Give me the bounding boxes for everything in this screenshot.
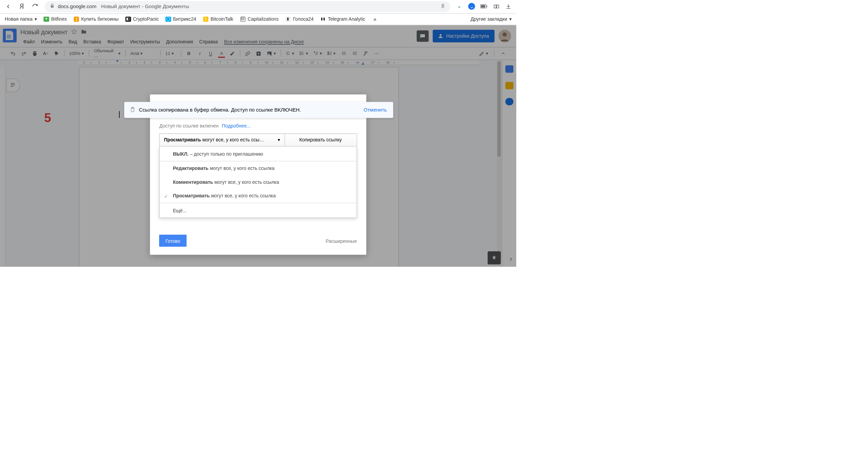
reload-icon[interactable]	[31, 2, 39, 11]
bitcoin-icon: ₿	[74, 16, 79, 22]
extensions-icon[interactable]	[492, 3, 500, 10]
link-access-status: Доступ по ссылке включен	[159, 123, 219, 129]
square-icon: ◧	[125, 16, 131, 22]
cmc-icon: Ⓜ	[240, 16, 245, 22]
bookmark-icon[interactable]	[440, 3, 446, 9]
toast-text: Ссылка скопирована в буфер обмена. Досту…	[139, 107, 301, 113]
toast-notification: Ссылка скопирована в буфер обмена. Досту…	[124, 102, 393, 118]
clipboard-icon	[130, 106, 136, 114]
chevron-down-icon: ▾	[35, 16, 37, 22]
option-off[interactable]: ВЫКЛ. – доступ только по приглашению	[160, 147, 356, 161]
bookmarks-bar: Новая папка ▾ ✦Bitfinex ₿Купить биткоины…	[0, 14, 516, 25]
bars-icon: ▮▮	[320, 16, 326, 22]
url-domain: docs.google.com	[58, 4, 97, 9]
battery-icon	[480, 3, 488, 10]
lock-icon	[50, 3, 55, 9]
bookmarks-overflow-icon[interactable]: »	[372, 16, 378, 22]
bookmark-buy-bitcoin[interactable]: ₿Купить биткоины	[74, 16, 119, 22]
option-edit[interactable]: Редактировать могут все, у кого есть ссы…	[160, 161, 356, 175]
permission-dropdown[interactable]: Просматривать могут все, у кого есть ссы…	[160, 134, 285, 146]
svg-rect-1	[487, 6, 487, 7]
download-arrow-icon[interactable]	[456, 3, 463, 10]
bookmark-bitrix24[interactable]: ◯Битрикс24	[166, 16, 196, 22]
option-comment[interactable]: Комментировать могут все, у кого есть сс…	[160, 175, 356, 189]
circle-icon: ◯	[166, 16, 171, 22]
toast-undo-link[interactable]: Отменить	[363, 107, 387, 113]
address-bar[interactable]: docs.google.com Новый документ - Google …	[45, 1, 450, 12]
bookmark-cryptopanic[interactable]: ◧CryptoPanic	[125, 16, 159, 22]
yandex-icon[interactable]: Я	[18, 2, 26, 11]
check-icon: ✓	[164, 194, 168, 199]
doc-icon: ▮	[285, 16, 291, 22]
permission-options-list: ВЫКЛ. – доступ только по приглашению Ред…	[159, 147, 357, 218]
pocket-icon[interactable]: ⌵	[468, 3, 475, 10]
browser-nav-bar: Я docs.google.com Новый документ - Googl…	[0, 0, 516, 14]
svg-rect-4	[496, 5, 498, 8]
bookmark-capitalizations[interactable]: ⓂCapitalizations	[240, 16, 279, 22]
option-view[interactable]: ✓ Просматривать могут все, у кого есть с…	[160, 189, 356, 203]
chevron-down-icon: ▾	[509, 16, 512, 22]
bookmark-bitcointalk[interactable]: ₿BitcoinTalk	[203, 16, 233, 22]
bookmark-telegram-analytics[interactable]: ▮▮Telegram Analytic	[320, 16, 365, 22]
svg-rect-3	[494, 5, 496, 8]
back-icon[interactable]	[4, 2, 12, 11]
done-button[interactable]: Готово	[159, 235, 186, 247]
option-more[interactable]: Ещё...	[160, 203, 356, 217]
share-dialog: Ссылка скопирована в буфер обмена. Досту…	[150, 95, 367, 255]
advanced-link[interactable]: Расширенные	[326, 238, 357, 244]
svg-rect-2	[481, 5, 485, 8]
chevron-down-icon: ▾	[278, 137, 280, 143]
downloads-icon[interactable]	[505, 3, 512, 10]
copy-link-button[interactable]: Копировать ссылку	[285, 134, 356, 146]
leaf-icon: ✦	[44, 16, 49, 22]
bookmark-bitfinex[interactable]: ✦Bitfinex	[44, 16, 67, 22]
bitcoin-icon: ₿	[203, 16, 209, 22]
other-bookmarks[interactable]: Другие закладки ▾	[471, 16, 511, 22]
url-title: Новый документ - Google Документы	[101, 4, 189, 9]
bookmark-golosa24[interactable]: ▮Голоса24	[285, 16, 314, 22]
learn-more-link[interactable]: Подробнее...	[222, 123, 251, 129]
bookmark-folder[interactable]: Новая папка ▾	[5, 16, 37, 22]
